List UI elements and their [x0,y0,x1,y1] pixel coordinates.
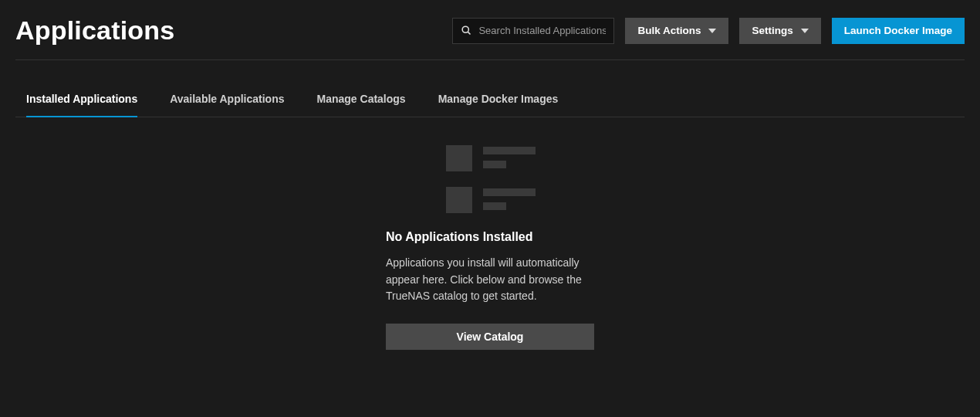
tab-available-applications[interactable]: Available Applications [170,82,284,117]
page-title: Applications [15,15,174,46]
settings-button[interactable]: Settings [739,18,820,44]
view-catalog-button[interactable]: View Catalog [386,324,594,350]
tab-manage-docker-images[interactable]: Manage Docker Images [438,82,559,117]
empty-state: No Applications Installed Applications y… [386,145,594,350]
tabs: Installed Applications Available Applica… [15,82,965,117]
svg-line-1 [468,32,471,34]
button-label: Bulk Actions [637,25,701,36]
search-icon [461,25,472,36]
header-actions: Bulk Actions Settings Launch Docker Imag… [452,18,965,44]
launch-docker-image-button[interactable]: Launch Docker Image [832,18,965,44]
svg-point-0 [463,26,469,32]
placeholder-icon [446,145,594,213]
header: Applications Bulk Actions Settings [15,15,965,60]
tab-manage-catalogs[interactable]: Manage Catalogs [317,82,406,117]
bulk-actions-button[interactable]: Bulk Actions [625,18,728,44]
button-label: Settings [752,25,792,36]
empty-state-description: Applications you install will automatica… [386,255,594,305]
tab-installed-applications[interactable]: Installed Applications [26,82,137,117]
chevron-down-icon [708,29,716,33]
button-label: Launch Docker Image [844,25,952,36]
chevron-down-icon [801,29,809,33]
search-box[interactable] [452,18,614,44]
empty-state-title: No Applications Installed [386,230,594,244]
search-input[interactable] [478,25,606,36]
